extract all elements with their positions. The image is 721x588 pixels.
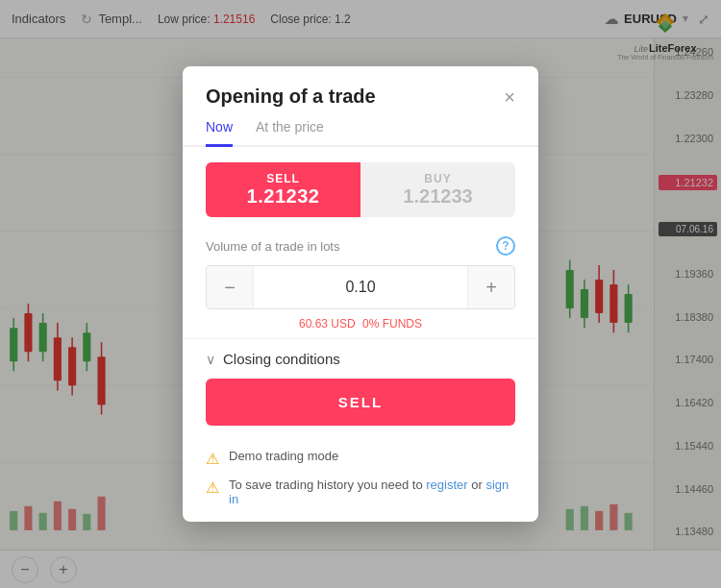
demo-notice-text: Demo trading mode — [229, 449, 338, 463]
warning-icon-1: ⚠ — [206, 450, 219, 468]
notices-section: ⚠ Demo trading mode ⚠ To save trading hi… — [183, 441, 538, 522]
close-button[interactable]: × — [504, 87, 515, 107]
sell-price-button[interactable]: SELL 1.21232 — [206, 162, 360, 217]
warning-icon-2: ⚠ — [206, 478, 219, 497]
volume-value: 0.10 — [253, 266, 468, 308]
chevron-down-icon: ∨ — [206, 352, 215, 367]
help-button[interactable]: ? — [496, 236, 515, 256]
demo-notice: ⚠ Demo trading mode — [206, 449, 515, 468]
history-notice-text: To save trading history you need to regi… — [229, 478, 515, 506]
tab-now[interactable]: Now — [206, 119, 233, 147]
volume-section: Volume of a trade in lots ? − 0.10 + 60.… — [183, 217, 538, 338]
funds-usd: 60.63 USD — [299, 317, 356, 331]
increase-volume-button[interactable]: + — [468, 266, 514, 308]
modal-header: Opening of a trade × — [183, 66, 538, 119]
volume-label-row: Volume of a trade in lots ? — [206, 236, 515, 256]
modal-title: Opening of a trade — [206, 86, 376, 108]
tab-at-price[interactable]: At the price — [256, 119, 324, 147]
register-link[interactable]: register — [426, 478, 467, 492]
closing-conditions-label: Closing conditions — [223, 351, 340, 367]
trade-modal: Opening of a trade × Now At the price SE… — [183, 66, 538, 522]
buy-price-button[interactable]: BUY 1.21233 — [360, 162, 515, 217]
decrease-volume-button[interactable]: − — [207, 266, 253, 308]
funds-info: 60.63 USD 0% FUNDS — [206, 317, 515, 331]
price-buttons: SELL 1.21232 BUY 1.21233 — [206, 162, 515, 217]
closing-conditions-row[interactable]: ∨ Closing conditions — [183, 338, 538, 379]
funds-percent: 0% FUNDS — [362, 317, 422, 331]
sell-action-button[interactable]: SELL — [206, 379, 515, 426]
volume-control: − 0.10 + — [206, 265, 515, 309]
volume-label: Volume of a trade in lots — [206, 239, 339, 254]
sell-price: 1.21232 — [206, 185, 360, 208]
modal-tabs: Now At the price — [183, 119, 538, 147]
buy-price: 1.21233 — [360, 185, 515, 208]
buy-label: BUY — [360, 172, 515, 185]
modal-overlay: Opening of a trade × Now At the price SE… — [0, 0, 721, 588]
sell-label: SELL — [206, 172, 360, 185]
history-notice: ⚠ To save trading history you need to re… — [206, 478, 515, 506]
